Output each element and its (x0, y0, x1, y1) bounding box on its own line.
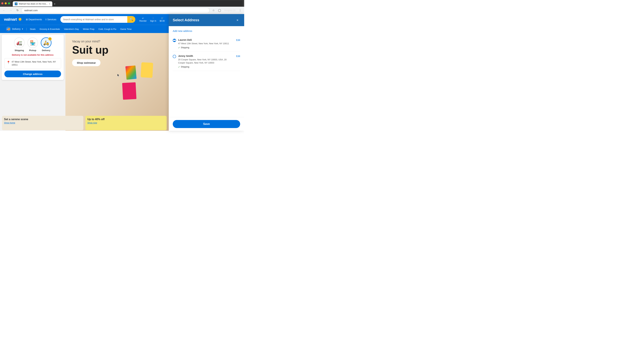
grid-icon: ⊞ (26, 18, 28, 21)
hero-text: Vacay on your mind? Suit up Shop swimwea… (72, 40, 108, 66)
address-name-2: Jenny Smith (178, 54, 234, 57)
services-nav[interactable]: ⁞⁞ Services (45, 18, 56, 21)
reorder-nav[interactable]: ↩ Reorder (139, 17, 146, 22)
new-tab-button[interactable]: + (52, 2, 57, 6)
shipping-icon-circle: 🚛 (14, 37, 25, 48)
select-address-panel: Select Address × Add new address Lauren … (169, 14, 244, 131)
address-street-2: 20 Cooper Square, New York, NY 10003, US… (178, 58, 234, 64)
delivery-label: Delivery (42, 49, 50, 52)
panel-footer: Save (169, 117, 244, 131)
pin-icon: 📍 (6, 61, 10, 64)
add-new-address-link[interactable]: Add new address (173, 29, 192, 32)
menu-button[interactable]: ⋮ (238, 8, 243, 13)
deals-link[interactable]: Deals (28, 27, 37, 31)
valentines-link[interactable]: Valentine's Day (62, 27, 80, 31)
active-badge: ✕ (48, 37, 52, 40)
search-button[interactable]: 🔍 (127, 16, 135, 23)
check-icon-1: ✓ (178, 46, 180, 49)
delivery-address-box: 📍 47 West 13th Street, New York, New Yor… (4, 58, 61, 68)
address-shipping-1: ✓ Shipping (178, 46, 234, 49)
winter-prep-link[interactable]: Winter Prep (81, 27, 96, 31)
browser-titlebar: ✸ Walmart has deals on the mos... × + (0, 0, 244, 7)
shipping-label-2: Shipping (181, 65, 189, 68)
signin-nav[interactable]: 👤 Sign In (150, 17, 156, 22)
address-info-1: Lauren Deli 47 West 13th Street, New Yor… (178, 38, 234, 49)
browser-tab-active[interactable]: ✸ Walmart has deals on the mos... × (13, 1, 52, 6)
hero-title: Suit up (72, 44, 108, 55)
walmart-logo[interactable]: walmart ✸ (4, 17, 22, 22)
subnav-links: Deals Grocery & Essentials Valentine's D… (28, 27, 133, 31)
window-minimize[interactable] (5, 2, 7, 4)
game-time-link[interactable]: Game Time (118, 27, 133, 31)
address-name-1: Lauren Deli (178, 38, 234, 41)
window-maximize[interactable] (8, 2, 10, 4)
pickup-option[interactable]: 🏪 Pickup (27, 37, 38, 52)
address-street-1: 47 West 13th Street, New York, New York,… (178, 42, 234, 45)
header-right: ↩ Reorder 👤 Sign In 🛒 $0.00 (139, 17, 165, 22)
shipping-label: Shipping (14, 49, 24, 52)
pickup-label: Pickup (29, 49, 36, 52)
dots-icon: ⁞⁞ (45, 18, 46, 21)
toolbar-icons: ☆ ◯ Incognito (3) ⋮ (211, 8, 243, 13)
departments-nav[interactable]: ⊞ Departments (26, 18, 42, 21)
person-icon: 👤 (152, 17, 154, 19)
address-shipping-2: ✓ Shipping (178, 65, 234, 68)
walmart-spark-icon: ✸ (18, 17, 22, 22)
chevron-down-icon: ▾ (22, 28, 23, 30)
panel-title: Select Address (173, 18, 199, 22)
delivery-options: 🚛 Shipping 🏪 Pickup 🛵 ✕ Delivery (4, 37, 61, 52)
address-radio-2[interactable] (173, 55, 176, 58)
bookmark-button[interactable]: ☆ (211, 8, 216, 13)
delivery-label: Delivery (12, 28, 21, 30)
delivery-selector[interactable]: 🚚 Delivery ▾ (4, 26, 25, 32)
address-item-2: Jenny Smith 20 Cooper Square, New York, … (173, 52, 240, 71)
walmart-logo-text: walmart (4, 17, 17, 22)
forward-button[interactable]: → (8, 8, 14, 13)
cart-icon: 🛒 (161, 17, 164, 19)
change-address-button[interactable]: Change address (4, 70, 61, 77)
tab-favicon: ✸ (15, 2, 18, 5)
check-icon-2: ✓ (178, 65, 180, 68)
tab-close-icon[interactable]: × (49, 2, 50, 5)
walmart-main: 🚛 Shipping 🏪 Pickup 🛵 ✕ Delivery (0, 33, 169, 131)
hero-eyebrow: Vacay on your mind? (72, 40, 108, 43)
shipping-option[interactable]: 🚛 Shipping (14, 37, 25, 52)
address-item-1: Lauren Deli 47 West 13th Street, New Yor… (173, 36, 240, 52)
walmart-site: walmart ✸ ⊞ Departments ⁞⁞ Services 🔍 (0, 14, 169, 131)
bottom-card-1-title: Set a serene scene (4, 118, 81, 121)
browser-toolbar: ← → ↻ ☆ ◯ Incognito (3) ⋮ (0, 7, 244, 14)
tab-title: Walmart has deals on the mos... (19, 3, 48, 5)
grocery-link[interactable]: Grocery & Essentials (38, 27, 62, 31)
delivery-option[interactable]: 🛵 ✕ Delivery (41, 37, 52, 52)
save-button[interactable]: Save (173, 120, 240, 128)
shop-now-link[interactable]: Shop now (88, 121, 165, 124)
bottom-card-2: Up to 40% off Shop now (85, 116, 167, 130)
address-radio-1[interactable] (173, 39, 176, 42)
search-input[interactable] (60, 16, 127, 23)
profile-button[interactable]: ◯ (217, 8, 222, 13)
reorder-icon: ↩ (142, 17, 144, 19)
panel-body: Add new address Lauren Deli 47 West 13th… (169, 26, 244, 117)
delivery-warning: Delivery is not available for this addre… (4, 54, 61, 56)
page-content: walmart ✸ ⊞ Departments ⁞⁞ Services 🔍 (0, 14, 244, 131)
edit-link-1[interactable]: Edit (236, 39, 240, 41)
delivery-address-text: 47 West 13th Street, New York, New York,… (12, 60, 59, 66)
incognito-badge: Incognito (3) (223, 9, 237, 12)
cold-cough-link[interactable]: Cold, Cough & Flu (97, 27, 118, 31)
window-close[interactable] (1, 2, 3, 4)
url-bar[interactable] (22, 8, 210, 13)
subnav-divider: | (26, 27, 27, 30)
cart-nav[interactable]: 🛒 $0.00 (160, 17, 165, 22)
bottom-card-1: Set a serene scene Shop home (2, 116, 83, 130)
shop-home-link[interactable]: Shop home (4, 121, 81, 124)
edit-link-2[interactable]: Edit (236, 55, 240, 57)
pickup-icon-circle: 🏪 (27, 37, 38, 48)
delivery-truck-icon: 🚚 (6, 27, 11, 31)
delivery-card: 🚛 Shipping 🏪 Pickup 🛵 ✕ Delivery (2, 35, 64, 80)
browser-chrome: ✸ Walmart has deals on the mos... × + ← … (0, 0, 244, 14)
panel-close-button[interactable]: × (235, 17, 240, 23)
bottom-section: Set a serene scene Shop home Up to 40% o… (0, 114, 169, 131)
shop-swimwear-button[interactable]: Shop swimwear (72, 59, 100, 66)
back-button[interactable]: ← (1, 8, 7, 13)
reload-button[interactable]: ↻ (15, 8, 20, 13)
